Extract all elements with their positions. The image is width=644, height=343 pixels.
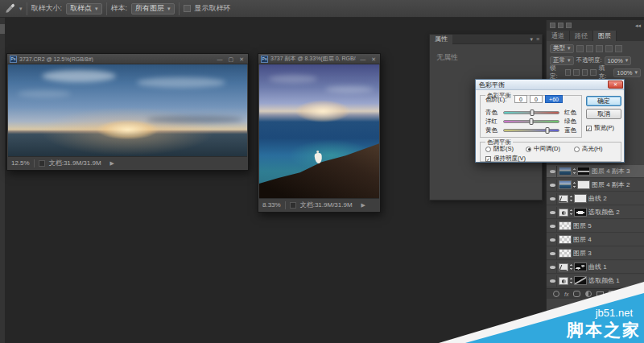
tab-paths[interactable]: 路径 xyxy=(570,31,593,41)
window-titlebar[interactable]: Ps 3737 副本 @ 8.33%(图层 0, RGB/8) * — ✕ xyxy=(258,54,380,64)
link-layers-icon[interactable] xyxy=(553,291,559,297)
add-adjustment-icon[interactable] xyxy=(585,291,592,297)
layer-effects-icon[interactable]: fx xyxy=(564,291,568,297)
layer-row[interactable]: 图层 4 副本 2 xyxy=(547,179,644,192)
visibility-toggle[interactable] xyxy=(548,193,557,205)
status-arrow-icon[interactable]: ▶ xyxy=(110,160,114,167)
close-icon[interactable]: ✕ xyxy=(608,81,623,89)
layer-thumbnail[interactable] xyxy=(559,221,572,230)
panel-menu-icon[interactable]: ≡ xyxy=(536,36,539,43)
layer-row[interactable]: 图层 4 xyxy=(547,233,644,246)
slider-thumb[interactable] xyxy=(530,118,534,125)
status-popup-icon[interactable] xyxy=(39,160,45,167)
close-icon[interactable]: ✕ xyxy=(237,54,246,64)
tools-panel-sliver[interactable] xyxy=(0,18,5,343)
level-input-2[interactable] xyxy=(530,95,543,103)
layer-name[interactable]: 曲线 1 xyxy=(588,262,607,271)
lock-pixels-icon[interactable] xyxy=(573,69,580,76)
doc-size-info[interactable]: 文档:31.9M/31.9M xyxy=(49,159,101,167)
panel-icon[interactable] xyxy=(558,23,564,28)
level-input-1[interactable] xyxy=(514,95,527,103)
zoom-level[interactable]: 12.5% xyxy=(11,159,30,167)
curves-adjustment-icon[interactable] xyxy=(559,195,568,203)
preserve-luminosity-checkbox[interactable]: ✓ 保持明度(V) xyxy=(485,155,526,163)
cancel-button[interactable]: 取消 xyxy=(586,109,621,119)
layer-name[interactable]: 图层 3 xyxy=(573,249,592,258)
sample-size-select[interactable]: 取样点 ▾ xyxy=(66,3,102,14)
mask-link-icon[interactable] xyxy=(570,195,572,202)
visibility-toggle[interactable] xyxy=(548,221,557,232)
visibility-toggle[interactable] xyxy=(548,262,557,273)
panel-icon[interactable] xyxy=(566,23,572,28)
layer-name[interactable]: 图层 4 副本 3 xyxy=(592,167,630,176)
layer-thumbnail[interactable] xyxy=(559,167,572,176)
layer-thumbnail[interactable] xyxy=(559,180,572,189)
magenta-green-slider[interactable] xyxy=(503,120,559,123)
cyan-red-slider[interactable] xyxy=(503,111,559,114)
show-sampling-ring-checkbox[interactable] xyxy=(184,5,191,12)
blend-mode-select[interactable]: 正常 ▾ xyxy=(550,56,574,65)
filter-shape-layers-icon[interactable] xyxy=(605,45,613,52)
filter-adjustment-layers-icon[interactable] xyxy=(586,45,593,52)
canvas-image-sunset-panorama[interactable] xyxy=(8,64,247,156)
layer-name[interactable]: 图层 5 xyxy=(573,221,592,230)
midtones-radio[interactable]: 中间调(D) xyxy=(526,145,560,153)
fill-value[interactable]: 100% ▾ xyxy=(613,68,641,77)
preview-checkbox[interactable]: ✓ 预览(P) xyxy=(586,124,614,132)
highlights-radio[interactable]: 高光(H) xyxy=(574,145,602,153)
filter-smart-objects-icon[interactable] xyxy=(615,45,622,52)
mask-link-icon[interactable] xyxy=(570,277,572,284)
mask-link-icon[interactable] xyxy=(570,209,572,216)
collapse-panels-icon[interactable]: ◂◂ xyxy=(635,23,641,29)
layer-name[interactable]: 图层 4 xyxy=(573,235,592,244)
layer-row[interactable]: 图层 4 副本 3 xyxy=(547,165,644,178)
tab-properties[interactable]: 属性 xyxy=(430,35,452,44)
panel-collapse-icon[interactable]: ▾ xyxy=(530,36,533,43)
maximize-icon[interactable]: ▢ xyxy=(227,54,236,64)
slider-thumb[interactable] xyxy=(546,127,550,134)
selective-color-adjustment-icon[interactable] xyxy=(559,277,568,285)
visibility-toggle[interactable] xyxy=(548,234,557,246)
mask-link-icon[interactable] xyxy=(570,263,572,271)
minimize-icon[interactable]: — xyxy=(216,54,225,64)
status-popup-icon[interactable] xyxy=(290,202,296,209)
ok-button[interactable]: 确定 xyxy=(586,96,621,106)
slider-thumb[interactable] xyxy=(530,110,535,116)
sample-select[interactable]: 所有图层 ▾ xyxy=(131,3,175,14)
layer-row[interactable]: 选取颜色 2 xyxy=(547,206,644,219)
mask-link-icon[interactable] xyxy=(573,167,576,175)
add-mask-icon[interactable] xyxy=(573,291,580,297)
layer-name[interactable]: 曲线 2 xyxy=(588,194,607,203)
opacity-value[interactable]: 100% ▾ xyxy=(605,56,632,65)
layer-row[interactable]: 曲线 1 xyxy=(547,261,644,274)
minimize-icon[interactable]: — xyxy=(358,54,367,64)
visibility-toggle[interactable] xyxy=(548,166,557,177)
eyedropper-icon[interactable] xyxy=(5,3,15,14)
mask-link-icon[interactable] xyxy=(573,181,576,188)
tool-preset-caret[interactable]: ▾ xyxy=(19,6,23,12)
layer-mask-thumbnail[interactable] xyxy=(577,180,590,189)
tool-icon[interactable] xyxy=(0,24,5,34)
lock-transparency-icon[interactable] xyxy=(565,69,572,76)
filter-type-layers-icon[interactable] xyxy=(596,45,603,52)
close-icon[interactable]: ✕ xyxy=(369,54,378,64)
layer-row[interactable]: 图层 5 xyxy=(547,220,644,233)
layer-mask-thumbnail[interactable] xyxy=(574,276,587,285)
visibility-toggle[interactable] xyxy=(548,275,557,287)
lock-all-icon[interactable] xyxy=(590,69,597,76)
window-titlebar[interactable]: Ps 3737.CR2 @ 12.5%(RGB/8#) — ▢ ✕ xyxy=(7,54,248,64)
layer-row[interactable]: 图层 3 xyxy=(547,247,644,260)
status-arrow-icon[interactable]: ▶ xyxy=(361,202,365,209)
layer-thumbnail[interactable] xyxy=(559,235,572,244)
level-input-3[interactable] xyxy=(545,95,563,103)
layer-name[interactable]: 图层 4 副本 2 xyxy=(592,180,630,189)
dialog-titlebar[interactable]: 色彩平衡 xyxy=(476,80,624,90)
layer-name[interactable]: 选取颜色 1 xyxy=(588,276,620,285)
curves-adjustment-icon[interactable] xyxy=(559,263,568,271)
lock-position-icon[interactable] xyxy=(582,69,588,76)
panel-icon[interactable] xyxy=(550,23,555,28)
filter-type-select[interactable]: 类型 ▾ xyxy=(550,44,574,53)
layer-row[interactable]: 曲线 2 xyxy=(547,192,644,205)
layer-thumbnail[interactable] xyxy=(559,249,572,258)
layer-mask-thumbnail[interactable] xyxy=(574,208,587,217)
